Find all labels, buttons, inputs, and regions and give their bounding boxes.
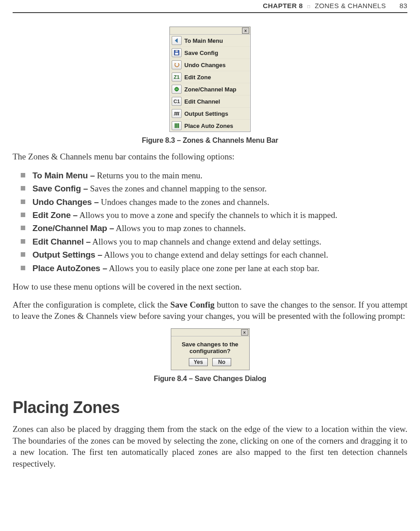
section-body-placing-zones: Zones can also be placed by dragging the… [13, 423, 407, 470]
option-desc: Undoes changes made to the zones and cha… [99, 197, 269, 207]
option-label: Output Settings – [32, 250, 102, 259]
option-label: Save Config – [32, 184, 88, 193]
option-label: Undo Changes – [32, 197, 99, 207]
bullet-icon [21, 239, 25, 244]
bullet-icon [21, 200, 25, 204]
svg-rect-2 [175, 53, 178, 54]
svg-rect-1 [175, 50, 178, 52]
option-label: Edit Zone – [32, 210, 78, 220]
list-item: Save Config – Saves the zones and channe… [21, 182, 407, 195]
list-item: Output Settings – Allows you to change e… [21, 248, 407, 261]
menu-titlebar: × [170, 27, 250, 35]
svg-rect-5 [176, 123, 178, 128]
c1-icon: C1 [172, 97, 182, 106]
list-item: To Main Menu – Returns you to the main m… [21, 169, 407, 182]
figure-caption: Figure 8.4 – Save Changes Dialog [13, 375, 407, 383]
paragraph-next-section: How to use these menu options will be co… [13, 281, 407, 293]
option-desc: Allows you to easily place one zone per … [107, 263, 320, 273]
option-desc: Allows you to move a zone and specify th… [78, 210, 337, 220]
menu-item-edit-zone[interactable]: Z1 Edit Zone [170, 71, 250, 83]
option-desc: Returns you to the main menu. [95, 171, 202, 180]
option-desc: Saves the zones and channel mapping to t… [88, 184, 267, 193]
option-desc: Allows you to map channels and change ex… [91, 237, 321, 246]
option-desc: Allows you to change extend and delay se… [102, 250, 328, 259]
list-item: Undo Changes – Undoes changes made to th… [21, 195, 407, 209]
close-icon[interactable]: × [241, 329, 248, 336]
menu-item-label: Save Config [184, 50, 218, 56]
header-separator: □ [307, 4, 310, 9]
bullet-icon [21, 252, 25, 257]
figure-save-dialog: × Save changes to the configuration? Yes… [13, 328, 407, 383]
options-list: To Main Menu – Returns you to the main m… [13, 169, 407, 275]
save-changes-dialog: × Save changes to the configuration? Yes… [171, 328, 250, 370]
bullet-icon [21, 213, 25, 217]
no-button[interactable]: No [212, 358, 231, 366]
svg-rect-6 [178, 123, 179, 128]
dialog-message: Save changes to the configuration? [171, 336, 249, 358]
intro-paragraph: The Zones & Channels menu bar contains t… [13, 151, 407, 163]
z1-icon: Z1 [172, 73, 182, 82]
running-header: CHAPTER 8 □ ZONES & CHANNELS 83 [13, 0, 407, 13]
menu-item-edit-channel[interactable]: C1 Edit Channel [170, 95, 250, 107]
zones-channels-menu-bar: × To Main Menu Save Config Undo Changes [169, 27, 251, 132]
menu-item-save-config[interactable]: Save Config [170, 46, 250, 59]
section-title-placing-zones: Placing Zones [13, 398, 407, 417]
page-number: 83 [400, 2, 408, 9]
chapter-title: ZONES & CHANNELS [315, 2, 386, 9]
list-item: Zone/Channel Map – Allows you to map zon… [21, 222, 407, 235]
save-config-bold: Save Config [170, 300, 215, 309]
menu-item-label: To Main Menu [184, 37, 223, 44]
list-item: Place AutoZones – Allows you to easily p… [21, 262, 407, 275]
back-arrow-icon [172, 36, 182, 45]
para-save-before: After the configuration is complete, cli… [13, 300, 170, 309]
list-item: Edit Zone – Allows you to move a zone an… [21, 209, 407, 222]
dialog-titlebar: × [171, 329, 249, 336]
svg-rect-4 [175, 123, 176, 128]
yes-button[interactable]: Yes [189, 358, 208, 366]
list-item: Edit Channel – Allows you to map channel… [21, 235, 407, 248]
option-desc: Allows you to map zones to channels. [114, 223, 246, 233]
menu-item-to-main-menu[interactable]: To Main Menu [170, 35, 250, 46]
option-label: Zone/Channel Map – [32, 223, 114, 233]
bullet-icon [21, 226, 25, 230]
bullet-icon [21, 173, 25, 177]
menu-item-label: Undo Changes [184, 62, 226, 68]
auto-zones-icon [172, 121, 182, 130]
menu-item-place-auto-zones[interactable]: Place Auto Zones [170, 119, 250, 132]
option-label: Edit Channel – [32, 237, 91, 246]
menu-item-zone-channel-map[interactable]: Zone/Channel Map [170, 83, 250, 95]
chapter-label: CHAPTER 8 [263, 2, 303, 9]
map-icon [172, 85, 182, 94]
waveform-icon [172, 109, 182, 118]
menu-item-label: Edit Zone [184, 74, 211, 81]
menu-item-undo-changes[interactable]: Undo Changes [170, 59, 250, 71]
menu-item-label: Output Settings [184, 110, 228, 117]
menu-item-output-settings[interactable]: Output Settings [170, 107, 250, 119]
save-icon [172, 48, 182, 57]
option-label: To Main Menu – [32, 171, 95, 180]
menu-item-label: Zone/Channel Map [184, 86, 237, 93]
option-label: Place AutoZones – [32, 263, 107, 273]
figure-menu-bar: × To Main Menu Save Config Undo Changes [13, 27, 407, 145]
figure-caption: Figure 8.3 – Zones & Channels Menu Bar [13, 136, 407, 145]
menu-item-label: Edit Channel [184, 98, 220, 105]
bullet-icon [21, 266, 25, 270]
undo-icon [172, 60, 182, 69]
bullet-icon [21, 186, 25, 191]
close-icon[interactable]: × [242, 27, 249, 34]
menu-item-label: Place Auto Zones [184, 123, 233, 129]
paragraph-save-config: After the configuration is complete, cli… [13, 299, 407, 322]
